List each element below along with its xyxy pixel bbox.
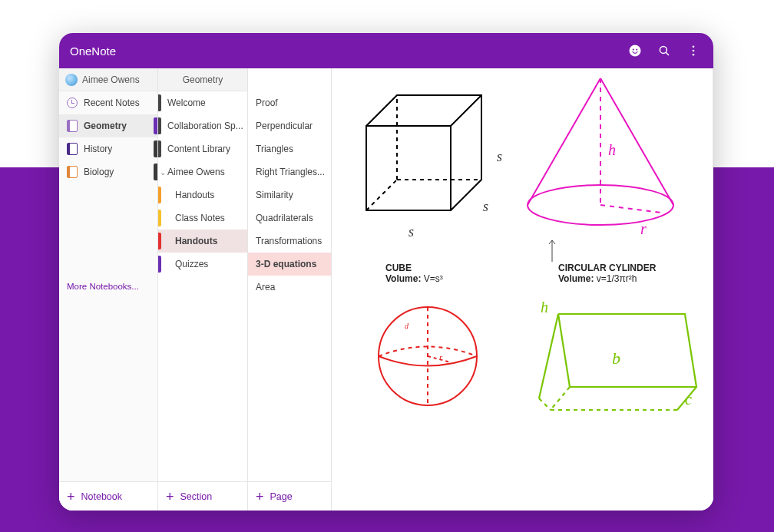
prism-c-label: c — [685, 391, 692, 408]
section-group-title: Geometry — [158, 68, 247, 91]
color-tab — [158, 187, 161, 203]
sphere-r-label: r — [439, 352, 442, 362]
section-label: Class Notes — [175, 213, 225, 223]
plus-icon: + — [166, 490, 174, 504]
notebook-label: History — [84, 144, 112, 154]
svg-line-4 — [666, 52, 669, 55]
color-tab — [158, 94, 161, 111]
sphere-drawing — [374, 302, 481, 410]
globe-icon — [65, 74, 78, 86]
section-label: Content Library — [167, 144, 230, 154]
page-item[interactable]: Quadrilaterals — [248, 207, 331, 230]
smile-icon[interactable] — [626, 41, 644, 60]
page-item[interactable]: Similarity — [248, 183, 331, 207]
svg-point-0 — [630, 45, 641, 57]
color-tab — [154, 140, 157, 157]
section-label: Welcome — [167, 97, 206, 108]
section-label: Collaboration Sp... — [167, 121, 243, 131]
svg-line-10 — [366, 180, 397, 210]
notebook-label: Geometry — [84, 121, 127, 131]
notebook-icon — [67, 143, 78, 155]
cone-r-label: r — [640, 220, 647, 238]
page-item[interactable]: 3-D equations — [248, 253, 331, 276]
section-item[interactable]: Content Library — [158, 137, 247, 160]
cube-drawing — [359, 88, 489, 218]
cube-side-label: s — [408, 224, 414, 240]
page-item[interactable]: Perpendicular — [248, 114, 331, 137]
section-item[interactable]: Quizzes — [158, 253, 247, 276]
page-item[interactable]: Triangles — [248, 137, 331, 160]
page-label: Perpendicular — [256, 121, 313, 131]
section-label: Handouts — [175, 190, 214, 200]
notebook-label: Recent Notes — [84, 97, 140, 108]
color-tab — [158, 256, 161, 273]
pages-column: ProofPerpendicularTrianglesRight Triangl… — [248, 68, 332, 511]
svg-line-17 — [600, 205, 662, 213]
page-item[interactable]: Area — [248, 276, 331, 299]
section-label: Aimee Owens — [167, 167, 225, 177]
chevron-down-icon: ⌄ — [160, 168, 166, 177]
app-window: OneNote Aimee Owens Recent NotesGeometry… — [59, 33, 713, 511]
svg-point-1 — [633, 48, 634, 50]
page-label: Triangles — [256, 144, 293, 154]
notebook-item[interactable]: Geometry — [59, 114, 157, 137]
section-item[interactable]: Collaboration Sp... — [158, 114, 247, 137]
add-page-button[interactable]: + Page — [248, 481, 331, 511]
note-canvas[interactable]: s s s CUBE Volume: V=s³ h r — [332, 68, 713, 511]
section-item[interactable]: Handouts — [158, 183, 247, 207]
page-item[interactable]: Transformations — [248, 230, 331, 253]
account-header[interactable]: Aimee Owens — [59, 68, 157, 91]
color-tab — [158, 210, 161, 226]
page-label: Similarity — [256, 190, 293, 200]
svg-point-5 — [693, 45, 695, 48]
section-label: Handouts — [175, 236, 217, 246]
cube-caption: CUBE Volume: V=s³ — [385, 263, 443, 284]
section-item[interactable]: ⌄Aimee Owens — [158, 160, 247, 183]
svg-point-7 — [693, 54, 695, 56]
svg-point-3 — [660, 46, 666, 53]
svg-point-6 — [693, 50, 695, 52]
color-tab — [158, 117, 161, 134]
page-label: Area — [256, 282, 275, 292]
svg-point-2 — [636, 48, 637, 50]
notebook-item[interactable]: Biology — [59, 160, 157, 183]
section-item[interactable]: Class Notes — [158, 207, 247, 230]
notebooks-column: Aimee Owens Recent NotesGeometryHistoryB… — [59, 68, 158, 511]
section-label: Quizzes — [175, 259, 208, 269]
color-tab — [158, 140, 161, 157]
section-item[interactable]: Handouts — [158, 230, 247, 253]
color-tab — [154, 164, 157, 180]
page-item[interactable]: Proof — [248, 91, 331, 114]
user-name: Aimee Owens — [82, 74, 140, 85]
svg-line-9 — [451, 95, 481, 126]
notebook-item[interactable]: History — [59, 137, 157, 160]
more-notebooks-link[interactable]: More Notebooks... — [59, 274, 157, 299]
notebook-icon — [67, 166, 78, 178]
search-icon[interactable] — [655, 41, 673, 60]
section-item[interactable]: Welcome — [158, 91, 247, 114]
cone-drawing — [520, 74, 681, 236]
notebook-item[interactable]: Recent Notes — [59, 91, 157, 114]
cone-caption: CIRCULAR CYLINDER Volume: v=1/3πr²h — [558, 263, 656, 284]
prism-b-label: b — [612, 349, 620, 368]
color-tab — [158, 233, 161, 249]
page-label: Right Triangles... — [256, 167, 325, 177]
page-label: Transformations — [256, 236, 322, 246]
more-icon[interactable] — [684, 41, 703, 60]
svg-line-24 — [539, 398, 551, 410]
titlebar: OneNote — [59, 33, 713, 68]
svg-line-27 — [677, 314, 685, 410]
sphere-d-label: d — [405, 322, 408, 330]
clock-icon — [67, 97, 78, 108]
page-label: 3-D equations — [256, 259, 316, 269]
svg-line-23 — [551, 387, 570, 410]
prism-h-label: h — [541, 299, 548, 316]
add-notebook-button[interactable]: + Notebook — [59, 481, 157, 511]
page-item[interactable]: Right Triangles... — [248, 160, 331, 183]
app-title: OneNote — [70, 45, 116, 58]
cube-side-label: s — [483, 199, 488, 215]
page-label: Proof — [256, 97, 278, 108]
notebook-icon — [67, 120, 78, 132]
add-section-button[interactable]: + Section — [158, 481, 247, 511]
arrow-up-icon — [547, 239, 557, 262]
